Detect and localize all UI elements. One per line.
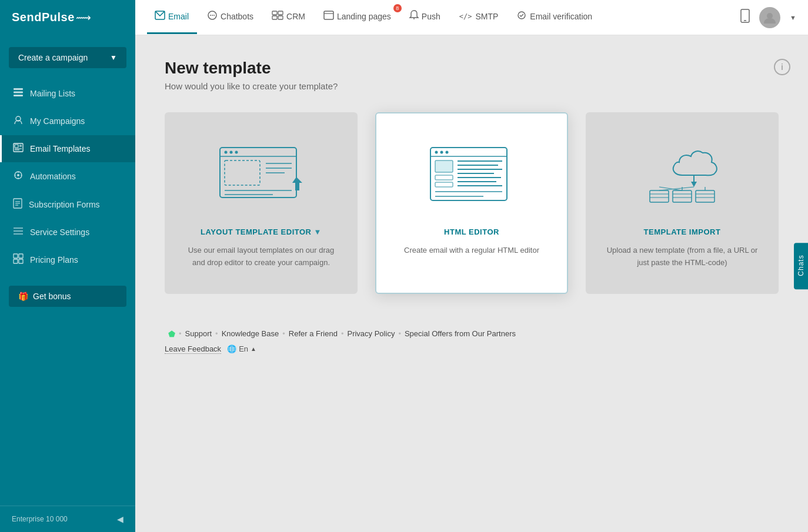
svg-rect-80 <box>696 190 714 202</box>
chatbots-icon <box>208 11 217 22</box>
knowledge-base-link[interactable]: Knowledge Base <box>222 329 279 338</box>
tab-email-verification[interactable]: Email verification <box>509 1 600 34</box>
html-editor-description: Create email with a regular HTML editor <box>404 245 539 257</box>
sidebar: Create a campaign ▼ Mailing Lists My Cam… <box>0 35 135 532</box>
svg-rect-6 <box>278 11 283 15</box>
tab-email[interactable]: Email <box>147 1 197 34</box>
create-chevron: ▼ <box>110 53 117 62</box>
sidebar-item-subscription-forms[interactable]: Subscription Forms <box>0 190 135 219</box>
svg-point-47 <box>235 150 238 153</box>
tab-smtp[interactable]: </> SMTP <box>451 1 507 34</box>
sidebar-item-mailing-lists[interactable]: Mailing Lists <box>0 80 135 107</box>
tab-crm[interactable]: CRM <box>264 1 313 34</box>
sidebar-item-pricing-plans[interactable]: Pricing Plans <box>0 246 135 274</box>
svg-point-3 <box>212 15 213 16</box>
svg-point-57 <box>435 150 438 153</box>
tab-chatbots-label: Chatbots <box>221 12 253 21</box>
tab-push[interactable]: Push <box>402 0 449 35</box>
mobile-icon[interactable] <box>740 9 750 25</box>
svg-point-59 <box>446 150 449 153</box>
get-bonus-label: Get bonus <box>33 292 71 301</box>
sidebar-item-email-templates[interactable]: Email Templates <box>0 135 135 162</box>
layout-editor-title-text: LAYOUT TEMPLATE EDITOR <box>201 227 311 236</box>
svg-rect-40 <box>19 254 23 258</box>
push-icon <box>410 11 418 22</box>
svg-rect-39 <box>14 254 18 258</box>
main-layout: Create a campaign ▼ Mailing Lists My Cam… <box>0 35 808 532</box>
svg-rect-5 <box>272 11 277 15</box>
tab-push-label: Push <box>422 12 440 21</box>
get-bonus-button[interactable]: 🎁 Get bonus <box>9 286 126 307</box>
svg-rect-61 <box>435 175 453 180</box>
smtp-icon: </> <box>459 12 472 21</box>
layout-editor-arrow: ▼ <box>314 227 322 236</box>
svg-rect-21 <box>15 145 18 148</box>
avatar[interactable] <box>759 7 780 28</box>
template-import-description: Upload a new template (from a file, a UR… <box>605 245 760 269</box>
content-footer: ⬟ • Support • Knowledge Base • Refer a F… <box>165 329 779 354</box>
leave-feedback-link[interactable]: Leave Feedback <box>165 344 221 354</box>
info-button[interactable]: i <box>774 59 790 75</box>
refer-friend-link[interactable]: Refer a Friend <box>289 329 338 338</box>
sidebar-email-templates-label: Email Templates <box>30 144 90 153</box>
landing-badge: 8 <box>393 4 402 12</box>
subscription-forms-icon <box>14 199 22 210</box>
sidebar-pricing-plans-label: Pricing Plans <box>30 255 78 265</box>
svg-rect-48 <box>225 160 260 185</box>
campaigns-icon <box>14 115 23 127</box>
avatar-chevron[interactable]: ▼ <box>790 14 796 21</box>
template-import-card[interactable]: TEMPLATE IMPORT Upload a new template (f… <box>586 112 779 294</box>
svg-rect-18 <box>14 95 23 96</box>
special-offers-link[interactable]: Special Offers from Our Partners <box>405 329 516 338</box>
lang-chevron: ▲ <box>251 346 256 352</box>
nav-right: ▼ <box>740 7 796 28</box>
template-import-illustration <box>635 143 729 213</box>
sidebar-item-my-campaigns[interactable]: My Campaigns <box>0 107 135 135</box>
svg-point-46 <box>230 150 233 153</box>
lang-label: En <box>239 344 248 353</box>
nav-tabs: Email Chatbots CRM Landing pages 8 Pus <box>135 0 740 35</box>
sidebar-item-automations[interactable]: Automations <box>0 162 135 190</box>
chats-tab[interactable]: Chats <box>794 243 808 289</box>
privacy-policy-link[interactable]: Privacy Policy <box>347 329 395 338</box>
html-editor-illustration <box>425 143 519 213</box>
sidebar-item-service-settings[interactable]: Service Settings <box>0 219 135 246</box>
automations-icon <box>14 170 23 182</box>
android-icon: ⬟ <box>168 329 175 339</box>
gift-icon: 🎁 <box>18 292 28 301</box>
logo[interactable]: SendPulse ⟿ <box>0 0 135 35</box>
tab-crm-label: CRM <box>286 12 305 21</box>
language-selector[interactable]: 🌐 En ▲ <box>227 344 256 353</box>
tab-landing[interactable]: Landing pages 8 <box>316 1 399 34</box>
template-import-title-text: TEMPLATE IMPORT <box>644 227 721 236</box>
svg-rect-17 <box>14 92 23 93</box>
create-campaign-button[interactable]: Create a campaign ▼ <box>9 47 126 68</box>
support-link[interactable]: Support <box>185 329 212 338</box>
tab-email-label: Email <box>168 12 189 21</box>
chats-label: Chats <box>797 255 805 276</box>
svg-rect-41 <box>14 259 18 263</box>
create-campaign-label: Create a campaign <box>18 53 88 62</box>
logo-wave: ⟿ <box>76 11 91 24</box>
svg-point-12 <box>518 12 525 19</box>
svg-point-2 <box>210 15 211 16</box>
landing-icon <box>324 11 333 22</box>
template-options: LAYOUT TEMPLATE EDITOR ▼ Use our email l… <box>165 112 779 294</box>
page-header: New template How would you like to creat… <box>165 59 779 91</box>
svg-point-58 <box>440 150 443 153</box>
content-area: i New template How would you like to cre… <box>135 35 808 532</box>
layout-editor-card[interactable]: LAYOUT TEMPLATE EDITOR ▼ Use our email l… <box>165 112 358 294</box>
crm-icon <box>272 11 283 22</box>
tab-email-verification-label: Email verification <box>530 12 592 21</box>
top-navigation: SendPulse ⟿ Email Chatbots CRM Landing <box>0 0 808 35</box>
tab-chatbots[interactable]: Chatbots <box>199 0 262 35</box>
collapse-sidebar-button[interactable]: ◀ <box>117 514 123 524</box>
sidebar-service-settings-label: Service Settings <box>30 227 89 237</box>
tab-smtp-label: SMTP <box>475 12 498 21</box>
svg-rect-60 <box>435 160 453 172</box>
svg-point-27 <box>17 174 19 176</box>
svg-marker-73 <box>691 182 697 187</box>
html-editor-card[interactable]: HTML EDITOR Create email with a regular … <box>375 112 568 294</box>
svg-rect-42 <box>19 259 23 263</box>
svg-rect-74 <box>650 190 669 202</box>
